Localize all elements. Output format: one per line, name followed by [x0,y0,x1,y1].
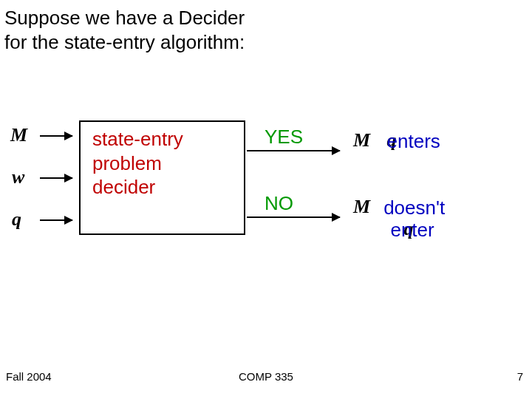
title-line2: for the state-entry algorithm: [4,31,245,53]
no-text2: enter [390,218,434,242]
decider-line2: problem [92,152,162,174]
input-w: w [12,166,24,188]
no-text1: doesn't [383,196,445,220]
arrow-output-no [247,216,340,218]
yes-text: enters [387,129,440,154]
arrow-input-w [40,177,72,179]
decider-line3: decider [92,176,155,198]
no-result: M doesn't enter q [353,196,413,240]
slide-title: Suppose we have a Decider for the state-… [4,6,245,54]
footer-right: 7 [517,370,523,383]
yes-M: M [353,129,370,151]
input-M: M [10,124,27,146]
output-no-label: NO [265,192,293,215]
arrow-output-yes [247,150,340,151]
footer-left: Fall 2004 [6,370,52,383]
output-yes-label: YES [265,126,303,149]
input-q: q [12,208,21,231]
decider-line1: state-entry [92,128,183,150]
decider-label: state-entry problem decider [92,127,183,200]
yes-result: M enters q [353,129,397,151]
no-M: M [353,196,370,217]
footer-center: COMP 335 [239,370,293,383]
title-line1: Suppose we have a Decider [4,7,245,29]
arrow-input-q [40,219,72,221]
arrow-input-M [40,135,72,137]
